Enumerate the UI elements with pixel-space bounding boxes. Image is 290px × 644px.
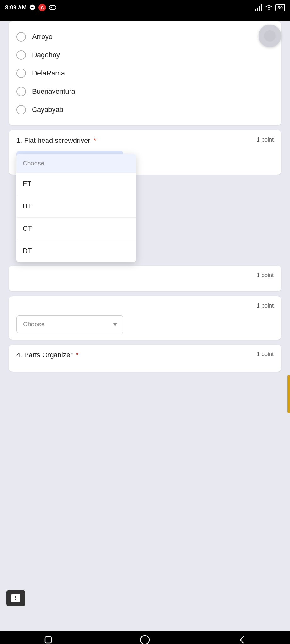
toast-notification: ! [6, 590, 25, 606]
svg-rect-0 [49, 6, 56, 10]
dropdown-q3-placeholder: Choose [23, 321, 45, 328]
dropdown-item-dt-label: DT [23, 247, 32, 255]
question-1-wrapper: 1. Flat head screwdriver * 1 point Choos… [9, 130, 281, 175]
svg-rect-5 [255, 9, 256, 11]
question-1-title: 1. Flat head screwdriver * [16, 136, 253, 145]
status-time: 8:09 AM S · [5, 4, 61, 11]
fab-button[interactable] [259, 25, 281, 47]
svg-point-12 [140, 636, 149, 644]
question-4-title: 4. Parts Organizer * [16, 351, 253, 359]
radio-label-delarama: DelaRama [32, 69, 65, 77]
dropdown-q3-closed[interactable]: Choose ▼ [16, 315, 123, 333]
svg-rect-7 [259, 6, 260, 11]
question-1-number: 1. [16, 136, 22, 144]
dropdown-item-ct-label: CT [23, 225, 32, 232]
question-4-card: 4. Parts Organizer * 1 point [9, 345, 281, 372]
question-4-number: 4. [16, 351, 22, 359]
question-4-required: * [76, 351, 79, 359]
radio-card: Arroyo Dagohoy DelaRama Buenaventura Cay… [9, 21, 281, 125]
question-3-points: 1 point [257, 303, 274, 309]
nav-back-button[interactable] [237, 635, 247, 644]
gamepad-icon [48, 4, 57, 11]
radio-option-delarama[interactable]: DelaRama [16, 64, 274, 82]
question-2-card: 1 point [9, 266, 281, 291]
fab-icon [264, 30, 276, 42]
nav-home-button[interactable] [139, 635, 150, 644]
question-1-points: 1 point [257, 136, 274, 143]
signal-icon [254, 4, 263, 11]
battery-indicator: 59 [275, 4, 285, 11]
svg-point-4 [54, 8, 55, 8]
dropdown-open-list[interactable]: Choose ET HT CT DT [16, 154, 136, 262]
messenger-icon [29, 4, 36, 11]
nav-bar [0, 631, 290, 644]
s-badge-icon: S [38, 4, 46, 11]
svg-rect-11 [45, 637, 51, 643]
radio-option-dagohoy[interactable]: Dagohoy [16, 46, 274, 64]
radio-label-cayabyab: Cayabyab [32, 106, 63, 114]
dropdown-item-ct[interactable]: CT [16, 218, 136, 240]
radio-label-arroyo: Arroyo [32, 33, 53, 41]
dropdown-item-et[interactable]: ET [16, 173, 136, 195]
radio-circle-buenaventura[interactable] [16, 87, 26, 96]
dropdown-item-ht-label: HT [23, 202, 32, 210]
scrollbar-track[interactable] [287, 21, 290, 631]
dropdown-item-dt[interactable]: DT [16, 240, 136, 262]
svg-point-10 [264, 30, 276, 42]
time-display: 8:09 AM [5, 4, 26, 11]
content-area: Arroyo Dagohoy DelaRama Buenaventura Cay… [0, 21, 290, 631]
svg-point-3 [54, 7, 54, 8]
radio-circle-arroyo[interactable] [16, 32, 26, 42]
scrollbar-thumb[interactable] [287, 375, 290, 413]
dropdown-q3-container[interactable]: Choose ▼ [16, 315, 123, 333]
dropdown-item-choose-label: Choose [23, 160, 44, 167]
svg-rect-2 [51, 7, 52, 8]
svg-rect-8 [261, 4, 262, 11]
question-3-card: 1 point Choose ▼ [9, 296, 281, 340]
back-nav-icon [237, 635, 247, 644]
radio-circle-cayabyab[interactable] [16, 105, 26, 114]
circle-nav-icon [139, 635, 150, 644]
radio-circle-dagohoy[interactable] [16, 50, 26, 60]
radio-label-dagohoy: Dagohoy [32, 51, 60, 59]
radio-option-arroyo[interactable]: Arroyo [16, 28, 274, 46]
status-bar: 8:09 AM S · 59 [0, 0, 290, 15]
dropdown-item-choose[interactable]: Choose [16, 154, 136, 173]
question-1-header: 1. Flat head screwdriver * 1 point [16, 136, 274, 145]
question-1-required: * [94, 136, 96, 144]
toast-icon: ! [11, 594, 20, 602]
question-2-header: 1 point [16, 272, 274, 279]
question-4-header: 4. Parts Organizer * 1 point [16, 351, 274, 359]
dropdown-item-ht[interactable]: HT [16, 195, 136, 218]
svg-rect-6 [257, 8, 258, 11]
dot-indicator: · [59, 4, 61, 11]
wifi-icon [264, 4, 273, 11]
question-4-text: Parts Organizer [24, 351, 72, 359]
nav-square-button[interactable] [43, 635, 53, 644]
radio-circle-delarama[interactable] [16, 69, 26, 78]
question-4-points: 1 point [257, 351, 274, 358]
svg-point-9 [268, 9, 270, 11]
dropdown-item-et-label: ET [23, 180, 31, 188]
question-2-points: 1 point [257, 272, 274, 279]
chevron-down-icon-q3: ▼ [112, 321, 118, 328]
radio-label-buenaventura: Buenaventura [32, 87, 75, 96]
status-icons: 59 [254, 4, 285, 11]
radio-option-cayabyab[interactable]: Cayabyab [16, 101, 274, 119]
question-3-header: 1 point [16, 303, 274, 309]
square-nav-icon [43, 635, 53, 644]
radio-option-buenaventura[interactable]: Buenaventura [16, 82, 274, 101]
question-1-text: Flat head screwdriver [24, 136, 90, 144]
